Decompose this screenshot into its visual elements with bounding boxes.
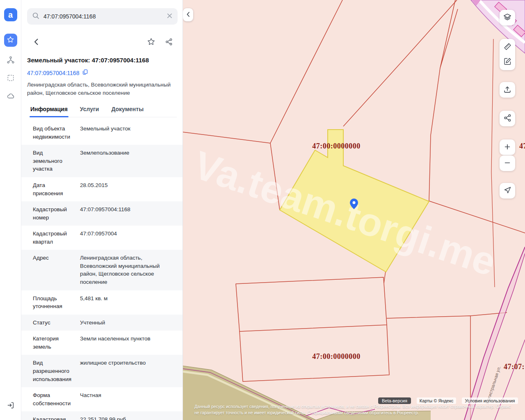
map-attribution[interactable]: Карты © Яндекс xyxy=(417,397,457,404)
attribute-label: Кадастровый квартал xyxy=(33,230,73,246)
quarter-label-clipped: 47:07: xyxy=(504,363,525,371)
table-row: Кадастровый квартал 47:07:0957004 xyxy=(21,226,183,250)
layers-icon xyxy=(503,13,512,23)
quarter-label: 47:00:0000000 xyxy=(312,142,361,150)
object-address: Ленинградская область, Всеволожский муни… xyxy=(27,81,175,97)
rail-item-favorites[interactable] xyxy=(4,34,17,47)
attribute-value: 5,481 кв. м xyxy=(80,294,177,310)
attribute-label: Вид объекта недвижимости xyxy=(33,125,73,141)
clear-search-icon[interactable] xyxy=(167,13,173,21)
locate-button[interactable] xyxy=(500,183,515,199)
attribute-label: Форма собственности xyxy=(33,391,73,407)
dashed-square-icon xyxy=(7,74,15,84)
attributes-table: Вид объекта недвижимости Земельный участ… xyxy=(21,121,183,420)
attribute-value: Земельный участок xyxy=(80,125,177,141)
map-area[interactable]: Va.team.torgi.me 47:00:0000000 47:00:000… xyxy=(183,0,525,420)
attribute-value: 47:07:0957004:1168 xyxy=(80,205,177,221)
table-row: Площадь уточненная 5,481 кв. м xyxy=(21,290,183,315)
app-logo[interactable]: a xyxy=(4,8,17,21)
beta-badge: Beta-версия xyxy=(378,397,411,404)
zoom-in-button[interactable] xyxy=(500,139,515,155)
tab-information[interactable]: Информация xyxy=(30,103,68,117)
map-disclaimer: Данный ресурс использует сведения, получ… xyxy=(194,404,514,416)
zoom-out-button[interactable] xyxy=(500,155,515,171)
table-row: Вид объекта недвижимости Земельный участ… xyxy=(21,121,183,145)
attribute-value: Частная xyxy=(80,391,177,407)
chevron-left-icon xyxy=(185,11,192,19)
table-row: Адрес Ленинградская область, Всеволожски… xyxy=(21,250,183,290)
edit-button[interactable] xyxy=(502,57,513,67)
measure-button[interactable] xyxy=(502,42,513,52)
table-row: Кадастровая стоимость 22,251,708.99 руб. xyxy=(21,411,183,420)
navigation-arrow-icon xyxy=(503,186,512,196)
attribute-value: Учтенный xyxy=(80,319,177,327)
panel-toolbar xyxy=(31,37,174,48)
icon-rail: a xyxy=(0,0,21,420)
table-row: Дата присвоения 28.05.2015 xyxy=(21,177,183,201)
rail-item-area-select[interactable] xyxy=(4,72,17,85)
share-map-button[interactable] xyxy=(500,111,515,126)
minus-icon xyxy=(503,159,511,168)
attribute-label: Кадастровый номер xyxy=(33,205,73,221)
attribute-label: Статус xyxy=(33,319,73,327)
back-button[interactable] xyxy=(31,37,42,48)
attribute-value: 47:07:0957004 xyxy=(80,230,177,246)
rail-item-objects[interactable] xyxy=(4,54,17,67)
details-panel: 47:07:0957004:1168 Земельны xyxy=(21,0,183,420)
map-attribution-strip: Beta-версия Карты © Яндекс Условия испол… xyxy=(378,397,518,404)
tools-group xyxy=(500,39,515,70)
quarter-label-clipped: 47:0 xyxy=(519,142,525,150)
attribute-value: 22,251,708.99 руб. xyxy=(80,415,177,420)
table-row: Категория земель Земли населенных пункто… xyxy=(21,331,183,355)
favorite-button[interactable] xyxy=(146,37,156,48)
share-nodes-icon xyxy=(165,38,173,47)
cadastral-number-link[interactable]: 47:07:0957004:1168 xyxy=(27,70,79,76)
attribute-label: Дата присвоения xyxy=(33,181,73,197)
attribute-label: Категория земель xyxy=(33,335,73,351)
table-row: Статус Учтенный xyxy=(21,315,183,331)
search-bar[interactable]: 47:07:0957004:1168 xyxy=(27,8,178,25)
attribute-label: Вид земельного участка xyxy=(33,149,73,173)
star-icon xyxy=(7,36,14,45)
share-button[interactable] xyxy=(164,37,174,48)
attribute-value: 28.05.2015 xyxy=(80,181,177,197)
chevron-left-icon xyxy=(32,37,41,48)
rail-item-logout[interactable] xyxy=(4,399,17,413)
attribute-label: Кадастровая стоимость xyxy=(33,415,73,420)
graph-nodes-icon xyxy=(7,56,15,66)
terms-link[interactable]: Условия использования xyxy=(462,397,518,404)
upload-button[interactable] xyxy=(500,82,515,98)
attribute-value: Земли населенных пунктов xyxy=(80,335,177,351)
plus-icon xyxy=(503,143,511,152)
attribute-value: жилищное строительство xyxy=(80,359,177,383)
logout-icon xyxy=(7,401,15,411)
cloud-icon xyxy=(7,92,15,102)
cadastral-link-row: 47:07:0957004:1168 xyxy=(27,69,177,77)
tabs: Информация Услуги Документы xyxy=(30,103,177,117)
table-row: Форма собственности Частная xyxy=(21,387,183,411)
tab-documents[interactable]: Документы xyxy=(110,103,144,117)
star-outline-icon xyxy=(147,37,155,47)
table-row: Вид разрешенного использования жилищное … xyxy=(21,355,183,387)
app-root: a xyxy=(0,0,525,420)
attribute-value: Землепользование xyxy=(80,149,177,173)
tab-services[interactable]: Услуги xyxy=(79,103,100,117)
edit-pencil-icon xyxy=(503,57,512,67)
cadastral-map-svg[interactable]: Va.team.torgi.me 47:00:0000000 47:00:000… xyxy=(183,0,525,420)
collapse-panel-button[interactable] xyxy=(183,8,193,21)
attribute-label: Адрес xyxy=(33,254,73,286)
upload-icon xyxy=(503,85,512,95)
page-title: Земельный участок: 47:07:0957004:1168 xyxy=(27,57,177,64)
attribute-value: Ленинградская область, Всеволожский муни… xyxy=(80,254,177,286)
layers-button[interactable] xyxy=(500,10,515,25)
rail-item-cloud[interactable] xyxy=(4,90,17,103)
table-row: Кадастровый номер 47:07:0957004:1168 xyxy=(21,201,183,226)
ruler-icon xyxy=(503,42,512,52)
attribute-label: Площадь уточненная xyxy=(33,294,73,310)
table-row: Вид земельного участка Землепользование xyxy=(21,145,183,177)
copy-icon[interactable] xyxy=(82,69,88,77)
attribute-label: Вид разрешенного использования xyxy=(33,359,73,383)
quarter-label: 47:00:0000000 xyxy=(312,352,361,361)
share-nodes-icon xyxy=(503,114,512,123)
search-input[interactable]: 47:07:0957004:1168 xyxy=(43,13,162,20)
